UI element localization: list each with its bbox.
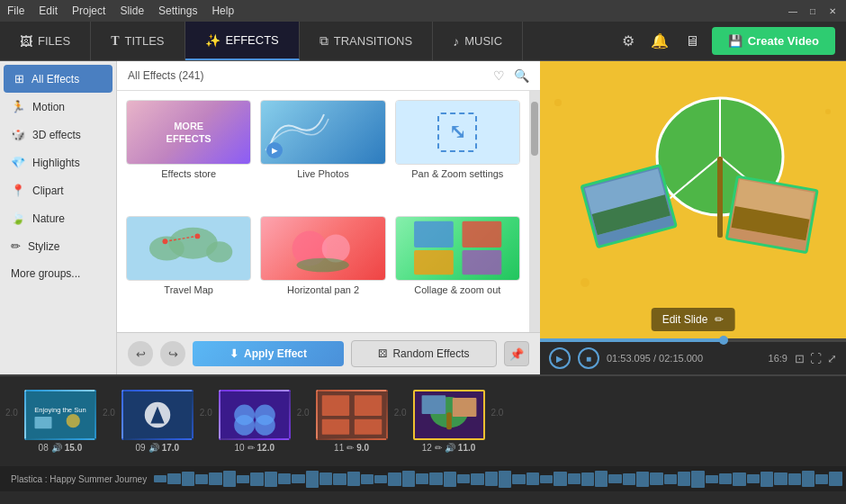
3d-effects-icon: 🎲: [11, 128, 25, 141]
svg-rect-11: [414, 250, 454, 274]
slide-separator-4: 2.0: [295, 408, 311, 418]
transitions-icon: ⧉: [320, 33, 328, 49]
aspect-ratio: 16:9: [769, 353, 788, 364]
sidebar-item-3d-effects[interactable]: 🎲 3D effects: [0, 121, 116, 148]
pin-icon: 📌: [509, 347, 524, 361]
slide-duration-12: 11.0: [458, 443, 475, 453]
menu-file[interactable]: File: [7, 4, 24, 17]
menu-edit[interactable]: Edit: [39, 4, 58, 17]
tab-titles[interactable]: T TITLES: [91, 22, 184, 60]
heart-icon[interactable]: ♡: [493, 68, 505, 83]
minimize-button[interactable]: —: [787, 4, 799, 17]
apply-effect-button[interactable]: ⬇ Apply Effect: [193, 341, 344, 366]
sidebar-item-all-effects[interactable]: ⊞ All Effects: [4, 65, 112, 93]
slide-duration-11: 9.0: [356, 443, 369, 453]
sidebar-item-3d-label: 3D effects: [32, 129, 81, 141]
time-display: 01:53.095 / 02:15.000: [607, 353, 761, 364]
close-button[interactable]: ✕: [826, 4, 839, 17]
effect-item-travel-map[interactable]: Travel Map: [126, 216, 251, 323]
svg-point-41: [234, 415, 255, 436]
slide-thumb-img-12: [413, 390, 485, 440]
timeline-slide-08[interactable]: Enjoying the Sun 08 🔊 15.0: [20, 390, 101, 453]
bell-icon-btn[interactable]: 🔔: [647, 29, 672, 53]
tab-files[interactable]: 🖼 FILES: [0, 22, 91, 60]
window-controls: — □ ✕: [787, 4, 839, 17]
share-icon-btn[interactable]: 🖥: [681, 30, 703, 53]
random-label: Random Effects: [392, 347, 469, 360]
tab-titles-label: TITLES: [124, 34, 164, 48]
svg-point-14: [554, 99, 562, 106]
menu-bar: File Edit Project Slide Settings Help — …: [0, 0, 846, 22]
slide-thumb-img-08: Enjoying the Sun: [24, 390, 96, 440]
effect-item-horizontal-pan[interactable]: Horizontal pan 2: [260, 216, 385, 323]
sidebar-item-motion-label: Motion: [32, 101, 65, 113]
titles-icon: T: [111, 34, 119, 49]
undo-button[interactable]: ↩: [128, 341, 153, 366]
apply-icon: ⬇: [230, 347, 238, 360]
slide-pencil-icon-11: ✏: [346, 443, 354, 453]
stop-button[interactable]: ■: [578, 347, 599, 369]
sidebar-item-motion[interactable]: 🏃 Motion: [0, 93, 116, 121]
slide-vol-icon-12: 🔊: [445, 443, 455, 453]
timeline-slide-10[interactable]: 10 ✏ 12.0: [214, 390, 295, 453]
menu-slide[interactable]: Slide: [120, 4, 144, 17]
stylize-icon: ✏: [11, 239, 21, 253]
menu-project[interactable]: Project: [72, 4, 105, 17]
svg-rect-50: [446, 412, 452, 429]
effect-label-collage-zoom: Collage & zoom out: [414, 284, 500, 295]
tab-transitions[interactable]: ⧉ TRANSITIONS: [300, 22, 433, 60]
sidebar-item-stylize[interactable]: ✏ Stylize: [0, 232, 116, 260]
sidebar-item-nature[interactable]: 🍃 Nature: [0, 204, 116, 232]
slide-separator-1: 2.0: [4, 408, 20, 418]
slide-num-12: 12: [422, 443, 432, 453]
pin-button[interactable]: 📌: [504, 341, 529, 366]
pip-icon[interactable]: ⛶: [810, 352, 822, 365]
settings-icon-btn[interactable]: ⚙: [618, 29, 638, 53]
slide-separator-2: 2.0: [101, 408, 117, 418]
scroll-thumb[interactable]: [531, 102, 538, 156]
timeline-slide-11[interactable]: 11 ✏ 9.0: [311, 390, 392, 453]
effect-item-collage-zoom[interactable]: Collage & zoom out: [395, 216, 520, 323]
menu-help[interactable]: Help: [212, 4, 234, 17]
slide-num-10: 10: [234, 443, 244, 453]
effect-item-live-photos[interactable]: ▶ Live Photos: [260, 100, 385, 207]
effects-grid: MOREEFFECTS Effects store ▶ Live Photos: [117, 91, 529, 332]
progress-bar[interactable]: [540, 338, 846, 342]
create-video-button[interactable]: 💾 Create Video: [712, 27, 835, 55]
svg-rect-51: [421, 395, 446, 414]
timeline-slide-09[interactable]: 09 🔊 17.0: [117, 390, 198, 453]
menu-settings[interactable]: Settings: [158, 4, 197, 17]
maximize-button[interactable]: □: [806, 4, 819, 17]
sidebar-item-highlights[interactable]: 💎 Highlights: [0, 148, 116, 176]
slide-info-09: 09 🔊 17.0: [136, 443, 180, 453]
tab-effects[interactable]: ✨ EFFECTS: [185, 22, 300, 60]
svg-rect-10: [462, 221, 501, 248]
svg-point-42: [255, 415, 275, 436]
waveform-visual: // Generate waveform bars (function() { …: [154, 470, 842, 488]
sidebar-item-clipart[interactable]: 📍 Clipart: [0, 176, 116, 204]
stop-icon: ■: [586, 354, 591, 364]
play-button[interactable]: ▶: [549, 347, 571, 369]
scrollbar[interactable]: [529, 91, 540, 332]
effect-item-pan-zoom[interactable]: ⤡ Pan & Zoom settings: [395, 100, 520, 207]
edit-slide-bar[interactable]: Edit Slide ✏: [652, 308, 735, 331]
search-icon[interactable]: 🔍: [514, 68, 529, 83]
sidebar-item-nature-label: Nature: [32, 212, 65, 225]
fullscreen-icon[interactable]: ⊡: [795, 352, 805, 365]
slide-info-11: 11 ✏ 9.0: [334, 443, 369, 453]
svg-text:Enjoying the Sun: Enjoying the Sun: [34, 406, 86, 414]
clipart-icon: 📍: [11, 184, 25, 197]
svg-rect-22: [717, 157, 723, 238]
redo-button[interactable]: ↪: [160, 341, 185, 366]
expand-icon[interactable]: ⤢: [827, 352, 837, 365]
audio-waveform: Plastica : Happy Summer Journey // Gener…: [0, 466, 846, 491]
sidebar-item-more-groups[interactable]: More groups...: [0, 260, 116, 287]
random-effects-button[interactable]: ⚄ Random Effects: [351, 340, 497, 367]
effect-item-effects-store[interactable]: MOREEFFECTS Effects store: [126, 100, 251, 207]
timeline-slide-12[interactable]: 12 ✏ 🔊 11.0: [409, 390, 490, 453]
slide-num-08: 08: [39, 443, 49, 453]
slide-thumb-img-10: [219, 390, 291, 440]
tab-music[interactable]: ♪ MUSIC: [433, 22, 523, 60]
tab-bar: 🖼 FILES T TITLES ✨ EFFECTS ⧉ TRANSITIONS…: [0, 22, 846, 61]
tab-music-label: MUSIC: [464, 34, 502, 48]
